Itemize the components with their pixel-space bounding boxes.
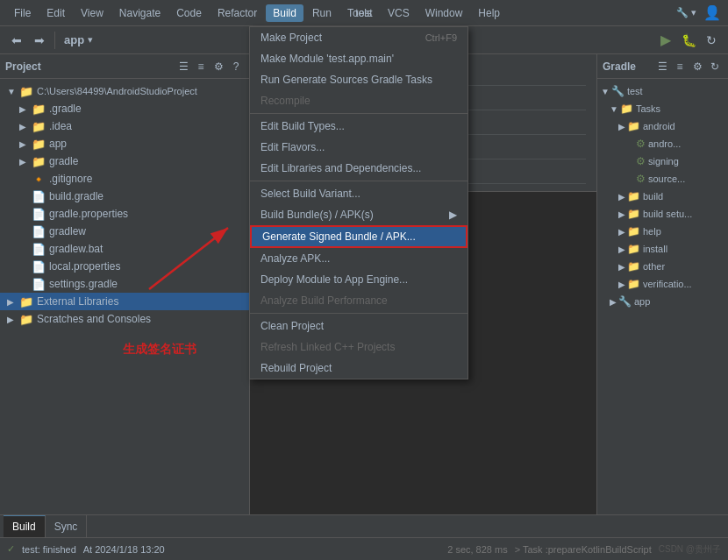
- tree-item[interactable]: ▶ 📁 .idea: [0, 117, 249, 135]
- menu-code[interactable]: Code: [169, 4, 209, 22]
- gradle-tree-item[interactable]: ▶ 📁 build setu...: [597, 205, 728, 223]
- gradle-icon-4[interactable]: ↻: [707, 59, 723, 74]
- build-menu-separator-1: [250, 113, 467, 114]
- gradle-icon-2[interactable]: ≡: [672, 59, 688, 74]
- sidebar-icon-2[interactable]: ≡: [193, 59, 209, 74]
- menu-window[interactable]: Window: [418, 4, 470, 22]
- status-text: test: finished: [22, 544, 76, 555]
- build-menu-select-variant[interactable]: Select Build Variant...: [250, 183, 467, 204]
- gradle-tree-item[interactable]: ▶ 📁 other: [597, 258, 728, 275]
- status-bar: ✓ test: finished At 2024/1/18 13:20 2 se…: [0, 537, 728, 560]
- status-subtext: At 2024/1/18 13:20: [83, 544, 165, 555]
- gradle-tree-item[interactable]: ▶ 📁 install: [597, 240, 728, 258]
- build-menu-run-generate[interactable]: Run Generate Sources Gradle Tasks: [250, 69, 467, 90]
- status-right: 2 sec, 828 ms > Task :prepareKotlinBuild…: [447, 543, 721, 556]
- build-menu-edit-build-types[interactable]: Edit Build Types...: [250, 116, 467, 137]
- window-title: test: [355, 7, 372, 19]
- title-bar: File Edit View Navigate Code Refactor Bu…: [0, 0, 728, 26]
- sidebar-icons: ☰ ≡ ⚙ ?: [175, 59, 244, 74]
- gradle-header: Gradle ☰ ≡ ⚙ ↻: [597, 54, 728, 79]
- build-menu-edit-libs[interactable]: Edit Libraries and Dependencies...: [250, 158, 467, 179]
- status-watermark: CSDN @贵州子: [659, 543, 721, 556]
- tree-root-label: C:\Users\84499\AndroidStudioProject: [37, 86, 197, 96]
- sync-button[interactable]: ↻: [702, 31, 721, 50]
- tree-root[interactable]: ▼ 📁 C:\Users\84499\AndroidStudioProject: [0, 82, 249, 100]
- app-name: app: [64, 33, 84, 46]
- debug-button[interactable]: 🐛: [679, 31, 698, 50]
- sidebar-header: Project ☰ ≡ ⚙ ?: [0, 54, 249, 79]
- gradle-tree-item[interactable]: ▶ ⚙ source...: [597, 170, 728, 188]
- gradle-tree-item[interactable]: ▶ ⚙ signing: [597, 152, 728, 170]
- menu-run[interactable]: Run: [305, 4, 339, 22]
- build-menu-deploy-module[interactable]: Deploy Module to App Engine...: [250, 269, 467, 290]
- menu-build[interactable]: Build: [266, 4, 303, 22]
- build-menu-analyze-performance[interactable]: Analyze Build Performance: [250, 290, 467, 311]
- chinese-annotation-label: 生成签名证书: [123, 342, 196, 358]
- gradle-tree-item[interactable]: ▶ ⚙ andro...: [597, 135, 728, 152]
- sidebar-title: Project: [5, 60, 172, 73]
- gradle-tree-item[interactable]: ▼ 📁 Tasks: [597, 100, 728, 117]
- gradle-icon-1[interactable]: ☰: [654, 59, 670, 74]
- status-timing: 2 sec, 828 ms: [447, 544, 507, 555]
- status-task: > Task :prepareKotlinBuildScript: [515, 544, 652, 555]
- gradle-tree-item[interactable]: ▶ 📁 help: [597, 223, 728, 240]
- tab-build[interactable]: Build: [4, 515, 46, 537]
- menu-refactor[interactable]: Refactor: [211, 4, 264, 22]
- gradle-tree-item[interactable]: ▼ 🔧 test: [597, 82, 728, 100]
- gradle-icon-3[interactable]: ⚙: [689, 59, 705, 74]
- gradle-tree-item[interactable]: ▶ 📁 verificatio...: [597, 275, 728, 293]
- build-menu-edit-flavors[interactable]: Edit Flavors...: [250, 137, 467, 158]
- build-menu-build-bundle[interactable]: Build Bundle(s) / APK(s) ▶: [250, 204, 467, 225]
- run-button[interactable]: ▶: [656, 31, 675, 50]
- title-bar-controls: 🔧 ▾ 👤: [676, 4, 721, 21]
- status-left: ✓ test: finished At 2024/1/18 13:20: [7, 543, 447, 555]
- gradle-tree-item[interactable]: ▶ 📁 android: [597, 117, 728, 135]
- menu-view[interactable]: View: [74, 4, 111, 22]
- gradle-tree: ▼ 🔧 test ▼ 📁 Tasks ▶ 📁 android ▶ ⚙ andro…: [597, 79, 728, 514]
- build-menu-analyze-apk[interactable]: Analyze APK...: [250, 248, 467, 269]
- build-menu-rebuild[interactable]: Rebuild Project: [250, 358, 467, 379]
- sidebar-icon-1[interactable]: ☰: [175, 59, 191, 74]
- menu-navigate[interactable]: Navigate: [112, 4, 168, 22]
- menu-bar: File Edit View Navigate Code Refactor Bu…: [7, 4, 676, 22]
- menu-vcs[interactable]: VCS: [381, 4, 417, 22]
- build-menu-separator-2: [250, 181, 467, 181]
- tab-sync[interactable]: Sync: [46, 515, 88, 537]
- sidebar-icon-4[interactable]: ?: [228, 59, 244, 74]
- menu-help[interactable]: Help: [471, 4, 507, 22]
- build-menu-generate-signed[interactable]: Generate Signed Bundle / APK...: [250, 225, 467, 248]
- tree-item[interactable]: ▶ 📁 gradle: [0, 152, 249, 170]
- build-menu-separator-3: [250, 313, 467, 314]
- annotation-arrow: [0, 175, 263, 315]
- build-menu-clean-project[interactable]: Clean Project: [250, 315, 467, 337]
- sidebar-icon-3[interactable]: ⚙: [211, 59, 226, 74]
- build-menu-refresh-cpp[interactable]: Refresh Linked C++ Projects: [250, 337, 467, 358]
- gradle-tree-item[interactable]: ▶ 🔧 app: [597, 293, 728, 310]
- gradle-tree-item[interactable]: ▶ 📁 build: [597, 188, 728, 205]
- bottom-tabs: Build Sync: [0, 514, 728, 537]
- build-menu-make-project[interactable]: Make Project Ctrl+F9: [250, 27, 467, 48]
- status-icon: ✓: [7, 543, 15, 555]
- back-button[interactable]: ⬅: [7, 31, 26, 50]
- menu-edit[interactable]: Edit: [39, 4, 72, 22]
- build-menu-make-module[interactable]: Make Module 'test.app.main': [250, 48, 467, 69]
- build-dropdown-menu: Make Project Ctrl+F9 Make Module 'test.a…: [249, 26, 468, 379]
- build-menu-recompile[interactable]: Recompile: [250, 90, 467, 111]
- tree-item[interactable]: ▶ 📁 app: [0, 135, 249, 152]
- gradle-panel-icons: ☰ ≡ ⚙ ↻: [654, 59, 723, 74]
- gradle-title: Gradle: [603, 60, 636, 73]
- menu-file[interactable]: File: [7, 4, 38, 22]
- gradle-panel: Gradle ☰ ≡ ⚙ ↻ ▼ 🔧 test ▼ 📁 Tasks ▶ 📁: [596, 54, 728, 514]
- tree-item[interactable]: ▶ 📁 .gradle: [0, 100, 249, 117]
- forward-button[interactable]: ➡: [30, 31, 49, 50]
